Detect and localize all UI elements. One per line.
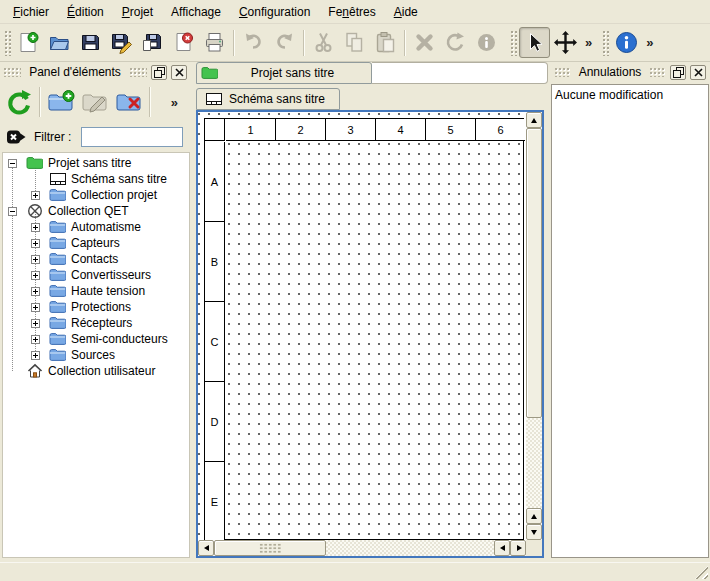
tree-expander[interactable] [31, 319, 40, 328]
edit-category-button[interactable] [78, 85, 112, 119]
tree-expander[interactable] [31, 335, 40, 344]
tree-item-automatisme[interactable]: Automatisme [3, 219, 189, 235]
row-header-B: B [205, 222, 225, 302]
collections-toolbar: » [0, 82, 190, 122]
close-file-button[interactable] [168, 27, 199, 58]
scroll-up-button[interactable] [526, 112, 542, 128]
scroll-mode-button[interactable] [550, 27, 581, 58]
tree-expander[interactable] [31, 239, 40, 248]
project-tabbar: Projet sans titre [196, 62, 548, 84]
menu-edition[interactable]: Édition [58, 2, 113, 22]
save-as-button[interactable] [106, 27, 137, 58]
clear-filter-button[interactable] [6, 128, 27, 146]
close-panel-button[interactable] [690, 65, 706, 80]
delete-category-button[interactable] [112, 85, 146, 119]
about-button[interactable] [611, 27, 642, 58]
toolbar-drag-handle[interactable] [4, 30, 11, 56]
tree-item-capteurs[interactable]: Capteurs [3, 235, 189, 251]
select-mode-button[interactable] [519, 27, 550, 58]
vertical-scrollbar-track[interactable] [526, 418, 542, 508]
toolbar-separator [39, 87, 41, 117]
tree-expander[interactable] [31, 223, 40, 232]
print-button[interactable] [199, 27, 230, 58]
new-project-button[interactable] [13, 27, 44, 58]
tree-expander[interactable] [31, 255, 40, 264]
tree-expander[interactable] [31, 351, 40, 360]
tree-expander[interactable] [8, 159, 17, 168]
menu-affichage[interactable]: Affichage [162, 2, 230, 22]
scroll-left-button-right[interactable] [494, 540, 510, 556]
scroll-right-button[interactable] [510, 540, 526, 556]
folder-blue-icon [49, 220, 66, 234]
tab-diagram[interactable]: Schéma sans titre [196, 88, 340, 110]
tools-overflow-button[interactable]: » [581, 35, 596, 50]
close-panel-button[interactable] [171, 65, 187, 80]
tab-project-label: Projet sans titre [218, 66, 367, 80]
menu-projet[interactable]: Projet [113, 2, 162, 22]
vertical-scrollbar-thumb[interactable] [526, 128, 542, 418]
save-button[interactable] [75, 27, 106, 58]
tree-item-collection-utilisateur[interactable]: Collection utilisateur [3, 363, 189, 379]
tree-expander[interactable] [31, 287, 40, 296]
menu-fichier[interactable]: Fichier [4, 2, 58, 22]
float-panel-button[interactable] [670, 65, 686, 80]
help-overflow-button[interactable]: » [642, 35, 657, 50]
undo-history-list[interactable]: Aucune modification [551, 84, 709, 558]
cut-button[interactable] [308, 27, 339, 58]
tree-expander[interactable] [31, 271, 40, 280]
reload-collections-button[interactable] [2, 85, 36, 119]
horizontal-scrollbar-thumb[interactable] [214, 540, 326, 556]
window-resize-grip[interactable] [695, 566, 708, 579]
menu-fenetres[interactable]: Fenêtres [319, 2, 384, 22]
element-info-button[interactable] [471, 27, 502, 58]
tree-item-collection-qet[interactable]: Collection QET [3, 203, 189, 219]
frame-corner [205, 119, 225, 141]
undo-panel-titlebar[interactable]: Annulations [551, 62, 709, 82]
scroll-up-button-bottom[interactable] [526, 508, 542, 524]
horizontal-scrollbar-track[interactable] [326, 540, 494, 556]
elements-panel-titlebar[interactable]: Panel d'éléments [0, 62, 190, 82]
diagram-tabbar: Schéma sans titre [196, 88, 548, 110]
tree-item-projet-sans-titre[interactable]: Projet sans titre [3, 155, 189, 171]
folder-blue-icon [49, 188, 66, 202]
float-panel-button[interactable] [151, 65, 167, 80]
tree-expander[interactable] [8, 207, 17, 216]
tree-item-protections[interactable]: Protections [3, 299, 189, 315]
tree-expander[interactable] [31, 303, 40, 312]
open-button[interactable] [44, 27, 75, 58]
save-all-button[interactable] [137, 27, 168, 58]
tree-item-collection-projet[interactable]: Collection projet [3, 187, 189, 203]
tree-item-schema-sans-titre[interactable]: Schéma sans titre [3, 171, 189, 187]
tree-item-label: Collection projet [71, 188, 157, 202]
undo-list-item[interactable]: Aucune modification [555, 87, 705, 103]
collections-overflow-button[interactable]: » [167, 95, 182, 110]
rotate-button[interactable] [440, 27, 471, 58]
menu-configuration[interactable]: Configuration [230, 2, 319, 22]
scroll-down-button[interactable] [526, 524, 542, 540]
undo-button[interactable] [238, 27, 269, 58]
home-wrap [25, 363, 44, 379]
tree-expander[interactable] [31, 191, 40, 200]
tabbar-empty-area [372, 62, 548, 84]
diagram-scene[interactable]: 123456 ABCDE [198, 112, 526, 540]
scroll-left-button[interactable] [198, 540, 214, 556]
copy-button[interactable] [339, 27, 370, 58]
toolbar-drag-handle[interactable] [602, 30, 609, 56]
undo-panel-title: Annulations [575, 65, 646, 79]
paste-button[interactable] [370, 27, 401, 58]
toolbar-drag-handle[interactable] [510, 30, 517, 56]
tree-item-recepteurs[interactable]: Récepteurs [3, 315, 189, 331]
new-category-button[interactable] [44, 85, 78, 119]
tree-item-semi-conducteurs[interactable]: Semi-conducteurs [3, 331, 189, 347]
folder-new-icon [47, 89, 75, 115]
tree-item-haute-tension[interactable]: Haute tension [3, 283, 189, 299]
delete-button[interactable] [409, 27, 440, 58]
menu-aide[interactable]: Aide [385, 2, 427, 22]
filter-input[interactable] [81, 127, 183, 147]
tab-project[interactable]: Projet sans titre [196, 62, 372, 84]
redo-button[interactable] [269, 27, 300, 58]
tree-item-convertisseurs[interactable]: Convertisseurs [3, 267, 189, 283]
tree-item-contacts[interactable]: Contacts [3, 251, 189, 267]
tree-item-sources[interactable]: Sources [3, 347, 189, 363]
undo-panel-dock: Annulations Aucune modification [548, 62, 710, 562]
